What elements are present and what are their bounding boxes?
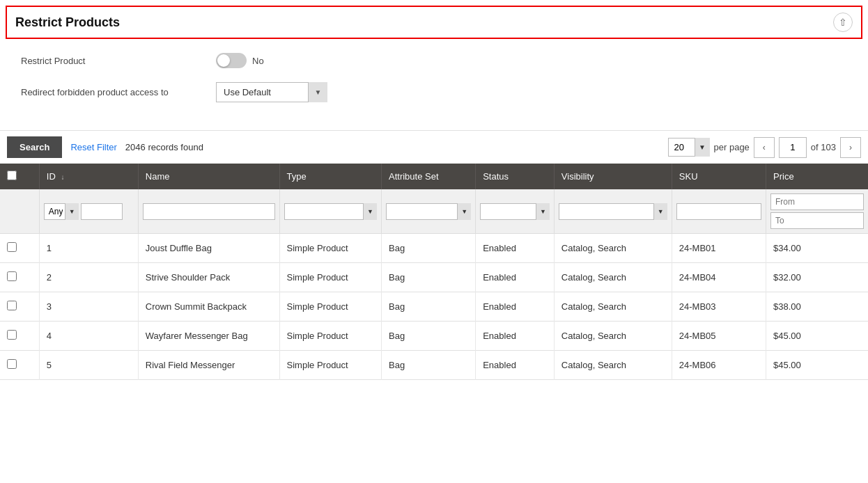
records-count: 2046 records found <box>125 142 203 152</box>
row-attribute-set: Bag <box>382 351 476 380</box>
settings-section: Restrict Product No Redirect forbidden p… <box>0 39 868 130</box>
filter-sku-cell <box>672 189 766 234</box>
th-checkbox <box>0 164 39 189</box>
row-visibility: Catalog, Search <box>554 322 672 351</box>
filter-type-select[interactable]: Simple Product Configurable Product Virt… <box>284 203 377 220</box>
row-name: Wayfarer Messenger Bag <box>138 322 279 351</box>
row-sku: 24-MB05 <box>672 322 766 351</box>
row-type: Simple Product <box>279 234 381 263</box>
row-checkbox[interactable] <box>7 330 17 340</box>
restrict-product-toggle[interactable] <box>216 53 247 68</box>
row-sku: 24-MB06 <box>672 351 766 380</box>
row-name: Crown Summit Backpack <box>138 292 279 322</box>
row-status: Enabled <box>476 351 555 380</box>
toolbar-right: 20 30 50 100 200 ▼ per page ‹ of 103 › <box>668 137 861 158</box>
row-attribute-set: Bag <box>382 234 476 263</box>
row-sku: 24-MB01 <box>672 234 766 263</box>
page-header: Restrict Products ⇧ <box>6 6 862 39</box>
reset-filter-link[interactable]: Reset Filter <box>70 142 116 152</box>
row-checkbox-cell <box>0 351 39 380</box>
row-name: Joust Duffle Bag <box>138 234 279 263</box>
redirect-label: Redirect forbidden product access to <box>21 87 216 97</box>
row-type: Simple Product <box>279 292 381 322</box>
th-sku-label: SKU <box>679 171 698 182</box>
filter-visibility-wrapper: Catalog, Search Catalog Search Not Visib… <box>559 203 667 220</box>
prev-page-button[interactable]: ‹ <box>754 137 775 158</box>
filter-id-cell: Any Is ▼ <box>39 189 138 234</box>
table-row: 5 Rival Field Messenger Simple Product B… <box>0 351 868 380</box>
filter-id-any-wrapper: Any Is ▼ <box>44 203 79 220</box>
th-attrset-label: Attribute Set <box>389 171 439 182</box>
per-page-select[interactable]: 20 30 50 100 200 <box>668 138 710 157</box>
row-price: $34.00 <box>766 234 868 263</box>
filter-type-wrapper: Simple Product Configurable Product Virt… <box>284 203 377 220</box>
row-status: Enabled <box>476 292 555 322</box>
row-checkbox[interactable] <box>7 271 17 281</box>
th-id: ID ↓ <box>39 164 138 189</box>
filter-attrset-cell: Bag Default ▼ <box>382 189 476 234</box>
redirect-row: Redirect forbidden product access to Use… <box>21 82 847 102</box>
row-price: $38.00 <box>766 292 868 322</box>
row-attribute-set: Bag <box>382 263 476 292</box>
row-id: 2 <box>39 263 138 292</box>
filter-status-cell: Enabled Disabled ▼ <box>476 189 555 234</box>
page-title: Restrict Products <box>15 15 120 30</box>
row-price: $32.00 <box>766 263 868 292</box>
collapse-button[interactable]: ⇧ <box>833 13 853 32</box>
row-id: 3 <box>39 292 138 322</box>
row-type: Simple Product <box>279 263 381 292</box>
filter-attrset-wrapper: Bag Default ▼ <box>386 203 471 220</box>
row-visibility: Catalog, Search <box>554 234 672 263</box>
row-checkbox-cell <box>0 263 39 292</box>
row-checkbox-cell <box>0 322 39 351</box>
filter-sku-input[interactable] <box>676 203 761 220</box>
filter-visibility-select[interactable]: Catalog, Search Catalog Search Not Visib… <box>559 203 667 220</box>
table-header-row: ID ↓ Name Type Attribute Set Status Visi… <box>0 164 868 189</box>
per-page-label: per page <box>714 142 750 152</box>
row-name: Rival Field Messenger <box>138 351 279 380</box>
next-page-button[interactable]: › <box>840 137 861 158</box>
table-row: 2 Strive Shoulder Pack Simple Product Ba… <box>0 263 868 292</box>
row-checkbox[interactable] <box>7 301 17 310</box>
th-name-label: Name <box>146 171 170 182</box>
filter-type-cell: Simple Product Configurable Product Virt… <box>279 189 381 234</box>
th-price-label: Price <box>773 171 794 182</box>
filter-price-to-input[interactable] <box>770 212 864 229</box>
row-checkbox-cell <box>0 234 39 263</box>
redirect-select-wrapper: Use Default Category Page Home Page Cust… <box>216 82 327 102</box>
toggle-text: No <box>252 56 264 66</box>
search-button[interactable]: Search <box>7 136 62 158</box>
row-price: $45.00 <box>766 322 868 351</box>
row-name: Strive Shoulder Pack <box>138 263 279 292</box>
row-attribute-set: Bag <box>382 322 476 351</box>
row-id: 1 <box>39 234 138 263</box>
th-type-label: Type <box>287 171 307 182</box>
row-visibility: Catalog, Search <box>554 351 672 380</box>
row-checkbox[interactable] <box>7 359 17 369</box>
row-price: $45.00 <box>766 351 868 380</box>
row-visibility: Catalog, Search <box>554 263 672 292</box>
filter-attrset-select[interactable]: Bag Default <box>386 203 471 220</box>
row-type: Simple Product <box>279 351 381 380</box>
redirect-select[interactable]: Use Default Category Page Home Page Cust… <box>216 82 327 102</box>
toggle-wrapper: No <box>216 53 264 68</box>
id-sort-icon[interactable]: ↓ <box>61 173 64 181</box>
row-checkbox[interactable] <box>7 242 17 252</box>
filter-status-select[interactable]: Enabled Disabled <box>480 203 550 220</box>
th-sku: SKU <box>672 164 766 189</box>
th-visibility-label: Visibility <box>561 171 594 182</box>
table-row: 1 Joust Duffle Bag Simple Product Bag En… <box>0 234 868 263</box>
filter-status-wrapper: Enabled Disabled ▼ <box>480 203 550 220</box>
row-status: Enabled <box>476 234 555 263</box>
row-id: 4 <box>39 322 138 351</box>
filter-id-input[interactable] <box>81 203 123 220</box>
row-visibility: Catalog, Search <box>554 292 672 322</box>
filter-price-from-input[interactable] <box>770 193 864 210</box>
row-sku: 24-MB04 <box>672 263 766 292</box>
page-number-input[interactable] <box>779 137 807 158</box>
filter-name-input[interactable] <box>143 203 275 220</box>
filter-id-any-select[interactable]: Any Is <box>44 203 79 220</box>
th-type: Type <box>279 164 381 189</box>
th-attribute-set: Attribute Set <box>382 164 476 189</box>
select-all-checkbox[interactable] <box>7 171 17 180</box>
